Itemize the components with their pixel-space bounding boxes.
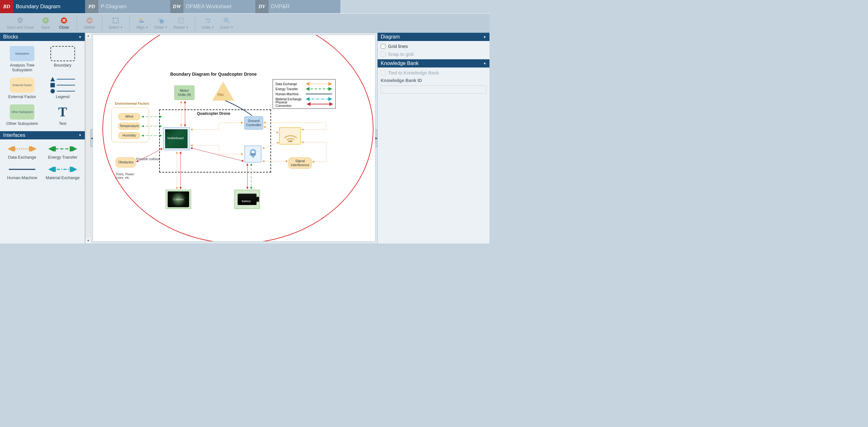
save-and-close-button[interactable]: Save and Close — [5, 14, 36, 32]
node-camera[interactable]: Camera — [165, 190, 191, 209]
human-machine-arrow-icon — [7, 165, 37, 174]
order-button[interactable]: Order▼ — [152, 14, 169, 32]
material-exchange-arrow-icon — [48, 165, 77, 174]
tab-boundary-diagram[interactable]: BD Boundary Diagram — [0, 0, 85, 13]
tab-dfmea-worksheet[interactable]: DW DFMEA Worksheet — [170, 0, 255, 13]
node-signal-interference[interactable]: Signal Interference — [288, 158, 312, 169]
chevron-down-icon: ▼ — [212, 26, 214, 29]
palette-legend[interactable]: Legend — [42, 75, 83, 102]
data-exchange-arrow-icon — [7, 144, 37, 153]
collapse-icon: ▼ — [483, 35, 486, 39]
kb-tied-input — [381, 70, 385, 75]
blocks-panel-header[interactable]: Blocks ▼ — [0, 33, 85, 41]
subsystem-shape-icon: Subsystem — [10, 46, 34, 61]
grid-lines-input[interactable] — [381, 44, 385, 49]
right-properties-panel: Diagram ▼ Grid lines Snap to grid Knowle… — [377, 33, 490, 244]
node-battery[interactable] — [234, 190, 260, 209]
tab-label: P-Diagram — [101, 3, 126, 10]
left-scrollbar[interactable]: ▲ ▼ — [85, 33, 91, 244]
tab-dvpr[interactable]: DV DVP&R — [255, 0, 340, 13]
right-collapse-handle[interactable]: ▶ — [375, 129, 378, 147]
ribbon-toolbar: Save and Close Save Close Delete Select▼ — [0, 13, 490, 33]
interfaces-panel-header[interactable]: Interfaces ▼ — [0, 131, 85, 139]
scroll-up-icon[interactable]: ▲ — [85, 33, 91, 38]
palette-human-machine[interactable]: Human-Machine — [2, 163, 42, 183]
chevron-down-icon: ▼ — [145, 26, 148, 29]
snap-to-grid-checkbox[interactable]: Snap to grid — [381, 51, 486, 57]
note-collision: Possible collision — [136, 158, 160, 161]
tab-badge: DV — [255, 0, 269, 13]
grid-lines-checkbox[interactable]: Grid lines — [381, 44, 486, 49]
note-trees: Trees, Power Lines, etc. — [116, 172, 141, 179]
left-palette-panel: Blocks ▼ Subsystem Analysis Tree Subsyst… — [0, 33, 85, 244]
diagram-panel-header[interactable]: Diagram ▼ — [378, 33, 490, 41]
svg-rect-9 — [178, 18, 183, 23]
svg-rect-6 — [139, 21, 144, 23]
node-temperature[interactable]: Temperature — [118, 123, 140, 130]
node-ground-controller[interactable]: Ground Controller — [244, 116, 263, 130]
boundary-label: Quadcopter Drone — [197, 111, 230, 116]
tab-label: Boundary Diagram — [16, 3, 61, 10]
close-button[interactable]: Close — [56, 14, 72, 32]
undo-button[interactable]: Undo▼ — [199, 14, 216, 32]
diagram-title: Boundary Diagram for Quadcopter Drone — [170, 72, 257, 77]
resize-button[interactable]: Resize▼ — [172, 14, 191, 32]
tab-badge: BD — [0, 0, 13, 13]
chevron-down-icon: ▼ — [165, 26, 168, 29]
svg-point-13 — [51, 89, 55, 93]
palette-boundary[interactable]: Boundary — [42, 44, 83, 75]
minus-circle-icon — [86, 17, 93, 24]
zoom-button[interactable]: Zoom▼ — [218, 14, 236, 32]
palette-data-exchange[interactable]: Data Exchange — [2, 142, 42, 163]
collapse-icon: ▼ — [483, 62, 486, 65]
chevron-down-icon: ▼ — [120, 26, 123, 29]
chevron-down-icon: ▼ — [186, 26, 188, 29]
tab-bar: BD Boundary Diagram PD P-Diagram DW DFME… — [0, 0, 490, 13]
palette-text[interactable]: T Text — [42, 102, 83, 129]
diagram-canvas[interactable]: Boundary Diagram for Quadcopter Drone Qu… — [93, 35, 375, 241]
energy-transfer-arrow-icon — [48, 144, 77, 153]
palette-analysis-tree-subsystem[interactable]: Subsystem Analysis Tree Subsystem — [2, 44, 42, 75]
save-button[interactable]: Save — [37, 14, 54, 32]
close-circle-icon — [60, 17, 68, 24]
kb-id-input[interactable] — [381, 85, 486, 94]
node-motor[interactable]: Motor Units (4) — [174, 85, 194, 100]
palette-external-factor[interactable]: External Factor External Factor — [2, 75, 42, 102]
svg-rect-4 — [113, 18, 118, 23]
knowledge-bank-panel-header[interactable]: Knowledge Bank ▼ — [378, 59, 490, 67]
battery-label: Battery — [242, 200, 251, 203]
scroll-down-icon[interactable]: ▼ — [85, 238, 91, 244]
check-circle-icon — [42, 17, 50, 24]
env-factors-label: Environmental Factors — [115, 102, 149, 105]
node-wind[interactable]: Wind — [118, 113, 140, 120]
delete-button[interactable]: Delete — [81, 14, 98, 32]
palette-energy-transfer[interactable]: Energy Transfer — [42, 142, 83, 163]
svg-rect-5 — [139, 18, 143, 20]
palette-material-exchange[interactable]: Material Exchange — [42, 163, 83, 183]
order-icon — [157, 17, 164, 24]
collapse-icon: ▼ — [79, 134, 82, 137]
node-motherboard[interactable]: Motherboard — [163, 127, 190, 150]
resize-icon — [177, 17, 185, 24]
collapse-icon: ▼ — [79, 35, 82, 39]
legend-shape-icon — [51, 78, 75, 93]
tab-badge: DW — [170, 0, 183, 13]
svg-rect-12 — [51, 83, 55, 87]
marquee-icon — [112, 17, 120, 24]
align-button[interactable]: Align▼ — [134, 14, 150, 32]
palette-other-subsystem[interactable]: Other Subsystem Other Subsystem — [2, 102, 42, 129]
svg-rect-3 — [88, 20, 91, 21]
tab-label: DFMEA Worksheet — [186, 3, 231, 10]
snap-to-grid-input — [381, 52, 385, 56]
select-button[interactable]: Select▼ — [107, 14, 125, 32]
node-pilot[interactable]: Pilot — [212, 82, 234, 101]
tab-badge: PD — [85, 0, 98, 13]
tab-p-diagram[interactable]: PD P-Diagram — [85, 0, 170, 13]
kb-tied-checkbox[interactable]: Tied to Knowledge Bank — [381, 70, 486, 75]
undo-icon — [204, 17, 212, 24]
diagram-legend[interactable]: Data Exchange Energy Transfer Human-Mach… — [273, 79, 336, 109]
zoom-icon — [223, 17, 230, 24]
other-subsystem-shape-icon: Other Subsystem — [10, 104, 34, 119]
node-humidity[interactable]: Humidity — [118, 132, 140, 139]
node-obstacles[interactable]: Obstacles — [116, 158, 136, 167]
